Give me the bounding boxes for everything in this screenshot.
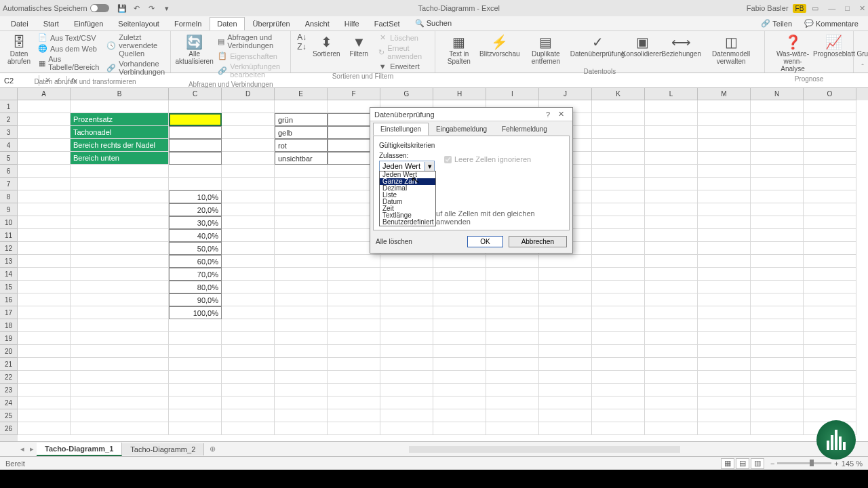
cell[interactable] (380, 384, 433, 396)
cell[interactable] (222, 165, 275, 178)
cell[interactable] (275, 229, 328, 242)
col-header[interactable]: C (169, 88, 222, 100)
cell[interactable] (328, 281, 380, 293)
cell[interactable] (698, 293, 751, 306)
cell[interactable] (71, 178, 169, 190)
collapse-ribbon-icon[interactable]: ˆ (861, 63, 864, 71)
cell[interactable] (804, 384, 856, 396)
cell[interactable] (71, 100, 169, 113)
cell[interactable] (18, 165, 71, 178)
cell[interactable] (71, 384, 169, 396)
cell[interactable] (222, 190, 275, 203)
col-header[interactable]: L (645, 88, 698, 100)
cell[interactable] (275, 203, 328, 216)
datenmodell-button[interactable]: ◫Datenmodell verwalten (702, 33, 760, 66)
col-header[interactable]: E (275, 88, 328, 100)
tab-daten[interactable]: Daten (210, 17, 244, 30)
row-header[interactable]: 10 (0, 216, 18, 229)
close-icon[interactable]: ✕ (859, 4, 865, 13)
cell[interactable] (486, 306, 539, 319)
cell[interactable] (592, 113, 645, 126)
col-header[interactable]: G (380, 88, 433, 100)
cell[interactable] (275, 358, 328, 371)
cell[interactable] (486, 345, 539, 358)
column-headers[interactable]: ABCDEFGHIJKLMNO (18, 88, 868, 100)
cell[interactable] (71, 229, 169, 242)
cell[interactable] (380, 371, 433, 384)
cell[interactable]: gelb (275, 126, 328, 139)
cell[interactable] (222, 358, 275, 371)
cell[interactable]: 80,0% (169, 281, 222, 293)
sheet-tab-1[interactable]: Tacho-Diagramm_1 (37, 443, 122, 456)
cell[interactable] (645, 165, 698, 178)
cell[interactable] (539, 345, 592, 358)
abfragen-button[interactable]: ▤Abfragen und Verbindungen (216, 33, 286, 50)
cell[interactable] (18, 319, 71, 332)
cell[interactable] (698, 152, 751, 165)
beziehungen-button[interactable]: ⟷Beziehungen (663, 33, 699, 59)
cell[interactable] (698, 384, 751, 396)
cell[interactable] (804, 396, 856, 409)
cell[interactable] (592, 242, 645, 255)
tab-datei[interactable]: Datei (4, 18, 35, 30)
cell[interactable] (380, 409, 433, 422)
filtern-button[interactable]: ▼Filtern (344, 33, 374, 59)
cell[interactable] (275, 306, 328, 319)
cell[interactable] (645, 216, 698, 229)
cell[interactable] (486, 384, 539, 396)
cell[interactable] (698, 216, 751, 229)
cell[interactable] (645, 203, 698, 216)
share-button[interactable]: 🔗 Teilen (755, 18, 797, 29)
cell[interactable] (275, 100, 328, 113)
cell[interactable] (71, 332, 169, 345)
row-header[interactable]: 1 (0, 100, 18, 113)
cell[interactable] (804, 190, 856, 203)
zoom-level[interactable]: 145 % (842, 460, 863, 468)
cell[interactable] (698, 396, 751, 409)
dialog-tab-eingabemeldung[interactable]: Eingabemeldung (429, 123, 494, 136)
row-header[interactable]: 18 (0, 319, 18, 332)
col-header[interactable]: J (539, 88, 592, 100)
cell[interactable] (380, 319, 433, 332)
cell[interactable] (804, 345, 856, 358)
cell[interactable] (592, 178, 645, 190)
cell[interactable] (804, 126, 856, 139)
cell[interactable] (751, 152, 804, 165)
cell[interactable] (380, 422, 433, 435)
cell[interactable] (804, 216, 856, 229)
cell[interactable] (433, 255, 486, 268)
cell[interactable]: unsichtbar (275, 152, 328, 165)
cell[interactable] (645, 384, 698, 396)
tab-hilfe[interactable]: Hilfe (338, 18, 366, 30)
cell[interactable]: Bereich rechts der Nadel (71, 139, 169, 152)
cell[interactable] (751, 216, 804, 229)
cell[interactable] (433, 281, 486, 293)
cell[interactable] (804, 229, 856, 242)
cell[interactable] (169, 384, 222, 396)
cell[interactable] (645, 371, 698, 384)
cell[interactable] (222, 268, 275, 281)
cell[interactable] (71, 396, 169, 409)
row-header[interactable]: 21 (0, 358, 18, 371)
opt-benutzerdefiniert[interactable]: Benutzerdefiniert (380, 219, 435, 226)
cell[interactable] (592, 229, 645, 242)
cell[interactable] (18, 409, 71, 422)
cell[interactable] (433, 345, 486, 358)
cell[interactable] (698, 422, 751, 435)
cell[interactable] (380, 281, 433, 293)
cell[interactable] (71, 409, 169, 422)
add-sheet-button[interactable]: ⊕ (204, 445, 221, 453)
cell[interactable] (275, 371, 328, 384)
chevron-down-icon[interactable]: ▾ (425, 162, 434, 171)
cell[interactable] (18, 100, 71, 113)
cell[interactable] (645, 113, 698, 126)
cell[interactable] (328, 268, 380, 281)
cell[interactable] (539, 268, 592, 281)
cell[interactable] (645, 178, 698, 190)
cell[interactable] (275, 165, 328, 178)
tab-factset[interactable]: FactSet (368, 18, 407, 30)
cell[interactable] (698, 242, 751, 255)
cell[interactable] (222, 371, 275, 384)
cell[interactable] (698, 306, 751, 319)
cell[interactable] (592, 384, 645, 396)
